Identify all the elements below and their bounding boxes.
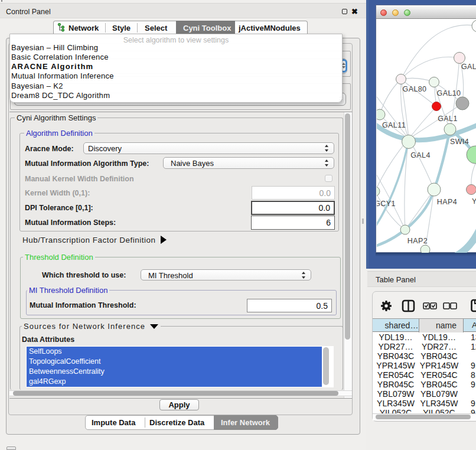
svg-text:GAL11: GAL11: [382, 121, 406, 129]
svg-text:YE: YE: [472, 197, 476, 206]
svg-text:SWI4: SWI4: [450, 138, 469, 146]
svg-text:HAP2: HAP2: [407, 237, 428, 245]
svg-text:GAL7: GAL7: [461, 63, 476, 71]
svg-text:GAL80: GAL80: [403, 85, 427, 93]
svg-text:GAL1: GAL1: [438, 115, 458, 123]
svg-text:GCY1: GCY1: [377, 200, 396, 208]
svg-text:GAL4: GAL4: [410, 151, 431, 159]
svg-text:HAP4: HAP4: [437, 198, 457, 206]
svg-text:GAL10: GAL10: [437, 89, 461, 97]
